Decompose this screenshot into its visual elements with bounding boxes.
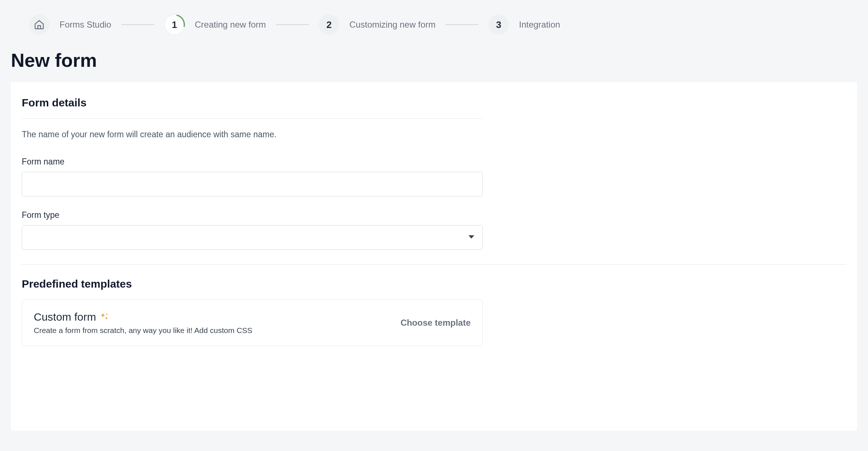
svg-point-1 — [106, 314, 107, 315]
divider — [22, 118, 483, 119]
form-details-description: The name of your new form will create an… — [22, 130, 483, 139]
form-details-heading: Form details — [22, 97, 483, 109]
sparkle-icon — [100, 312, 109, 322]
step-2[interactable]: 2 — [319, 15, 339, 35]
step-3-label: Integration — [519, 20, 560, 30]
step-1-number: 1 — [172, 19, 177, 31]
step-3-number: 3 — [496, 19, 501, 31]
form-name-input[interactable] — [22, 172, 483, 196]
divider — [22, 264, 846, 265]
templates-heading: Predefined templates — [22, 278, 846, 290]
home-label[interactable]: Forms Studio — [60, 20, 111, 30]
step-2-label: Customizing new form — [349, 20, 435, 30]
step-1[interactable]: 1 — [164, 15, 185, 35]
step-3[interactable]: 3 — [488, 15, 509, 35]
step-connector — [276, 24, 309, 25]
form-name-field: Form name — [22, 157, 483, 196]
home-step[interactable] — [29, 15, 49, 35]
main-card: Form details The name of your new form w… — [11, 82, 857, 431]
step-2-number: 2 — [327, 19, 332, 31]
form-name-label: Form name — [22, 157, 483, 167]
home-icon — [34, 19, 45, 30]
form-type-field: Form type — [22, 210, 483, 250]
step-connector — [446, 24, 478, 25]
step-connector — [122, 24, 154, 25]
stepper: Forms Studio 1 Creating new form 2 Custo… — [0, 0, 868, 46]
choose-template-button[interactable]: Choose template — [401, 318, 471, 328]
template-title: Custom form — [34, 311, 96, 323]
form-type-select[interactable] — [22, 225, 483, 250]
template-card-custom-form: Custom form Create a form from scratch, … — [22, 300, 483, 346]
page-title: New form — [0, 46, 868, 82]
template-description: Create a form from scratch, any way you … — [34, 326, 252, 335]
form-type-label: Form type — [22, 210, 483, 220]
step-1-label: Creating new form — [195, 20, 266, 30]
